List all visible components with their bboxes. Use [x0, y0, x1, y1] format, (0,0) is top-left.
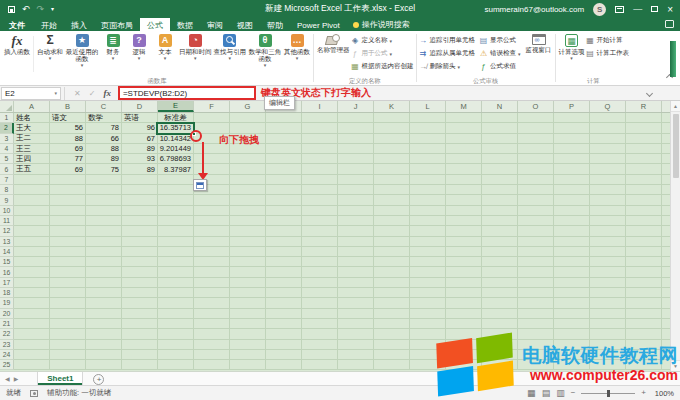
cell-G6[interactable]	[230, 164, 266, 174]
cell-O16[interactable]	[518, 267, 554, 277]
cell-G20[interactable]	[230, 309, 266, 319]
cell-E23[interactable]	[158, 340, 194, 350]
cell-J9[interactable]	[338, 195, 374, 205]
cell-I12[interactable]	[302, 226, 338, 236]
cell-J13[interactable]	[338, 237, 374, 247]
cell-O8[interactable]	[518, 185, 554, 195]
cell-I25[interactable]	[302, 360, 338, 370]
cell-D6[interactable]: 89	[122, 164, 158, 174]
cell-L5[interactable]	[410, 154, 446, 164]
ribbon-button-define-name[interactable]: ◈定义名称▾	[351, 34, 414, 47]
cell-B23[interactable]	[50, 340, 86, 350]
row-header-15[interactable]: 15	[0, 257, 14, 267]
cell-K23[interactable]	[374, 340, 410, 350]
cell-G21[interactable]	[230, 319, 266, 329]
cell-D1[interactable]: 英语	[122, 113, 158, 123]
cell-Q16[interactable]	[590, 267, 626, 277]
cell-R19[interactable]	[626, 298, 662, 308]
cell-D9[interactable]	[122, 195, 158, 205]
cell-J12[interactable]	[338, 226, 374, 236]
cell-R10[interactable]	[626, 206, 662, 216]
cell-G22[interactable]	[230, 329, 266, 339]
cell-F13[interactable]	[194, 237, 230, 247]
cell-A4[interactable]: 王三	[14, 144, 50, 154]
cell-C10[interactable]	[86, 206, 122, 216]
cell-I15[interactable]	[302, 257, 338, 267]
cell-Q1[interactable]	[590, 113, 626, 123]
cell-Q19[interactable]	[590, 298, 626, 308]
cell-I2[interactable]	[302, 123, 338, 133]
cell-I16[interactable]	[302, 267, 338, 277]
ribbon-button-trace-dependents[interactable]: ⇉追踪从属单元格	[419, 47, 476, 60]
cell-E9[interactable]	[158, 195, 194, 205]
cell-B17[interactable]	[50, 278, 86, 288]
cell-R14[interactable]	[626, 247, 662, 257]
comment-icon[interactable]	[665, 20, 674, 28]
cell-H20[interactable]	[266, 309, 302, 319]
cell-C24[interactable]	[86, 350, 122, 360]
cell-C20[interactable]	[86, 309, 122, 319]
cell-J8[interactable]	[338, 185, 374, 195]
row-header-25[interactable]: 25	[0, 360, 14, 370]
cell-J1[interactable]	[338, 113, 374, 123]
cell-K12[interactable]	[374, 226, 410, 236]
cell-J16[interactable]	[338, 267, 374, 277]
insert-function-icon[interactable]: fx	[103, 88, 111, 98]
column-header-D[interactable]: D	[122, 101, 158, 112]
column-header-L[interactable]: L	[410, 101, 446, 112]
cell-G7[interactable]	[230, 175, 266, 185]
cell-I5[interactable]	[302, 154, 338, 164]
cell-E18[interactable]	[158, 288, 194, 298]
row-header-3[interactable]: 3	[0, 134, 14, 144]
cell-D12[interactable]	[122, 226, 158, 236]
cell-J19[interactable]	[338, 298, 374, 308]
cell-F9[interactable]	[194, 195, 230, 205]
name-box[interactable]: E2 ▾	[1, 87, 61, 100]
tab-formulas[interactable]: 公式	[140, 18, 170, 31]
cell-O17[interactable]	[518, 278, 554, 288]
cell-H3[interactable]	[266, 134, 302, 144]
cell-C6[interactable]: 75	[86, 164, 122, 174]
cell-H24[interactable]	[266, 350, 302, 360]
cell-O19[interactable]	[518, 298, 554, 308]
name-box-splitter[interactable]	[61, 87, 65, 100]
tell-me-search[interactable]: 操作说明搜索	[353, 18, 410, 31]
cell-J21[interactable]	[338, 319, 374, 329]
cell-F11[interactable]	[194, 216, 230, 226]
cell-J10[interactable]	[338, 206, 374, 216]
cell-R13[interactable]	[626, 237, 662, 247]
cell-P5[interactable]	[554, 154, 590, 164]
cell-D2[interactable]: 96	[122, 123, 158, 133]
cell-Q17[interactable]	[590, 278, 626, 288]
cell-M9[interactable]	[446, 195, 482, 205]
cell-R1[interactable]	[626, 113, 662, 123]
cell-L11[interactable]	[410, 216, 446, 226]
cell-C2[interactable]: 78	[86, 123, 122, 133]
cell-P17[interactable]	[554, 278, 590, 288]
cell-B11[interactable]	[50, 216, 86, 226]
cell-N20[interactable]	[482, 309, 518, 319]
cell-O1[interactable]	[518, 113, 554, 123]
row-header-4[interactable]: 4	[0, 144, 14, 154]
column-header-R[interactable]: R	[626, 101, 662, 112]
cell-B16[interactable]	[50, 267, 86, 277]
cell-J6[interactable]	[338, 164, 374, 174]
cell-G18[interactable]	[230, 288, 266, 298]
cell-N16[interactable]	[482, 267, 518, 277]
sheet-next-icon[interactable]: ▶	[14, 375, 19, 382]
column-header-F[interactable]: F	[194, 101, 230, 112]
cell-Q13[interactable]	[590, 237, 626, 247]
cell-A16[interactable]	[14, 267, 50, 277]
chevron-down-icon[interactable]: ▾	[54, 90, 57, 96]
cell-H16[interactable]	[266, 267, 302, 277]
cell-B4[interactable]: 69	[50, 144, 86, 154]
cell-Q21[interactable]	[590, 319, 626, 329]
cell-J23[interactable]	[338, 340, 374, 350]
ribbon-button-calculate-sheet[interactable]: ▤计算工作表	[586, 47, 630, 60]
cell-I23[interactable]	[302, 340, 338, 350]
cell-P1[interactable]	[554, 113, 590, 123]
select-all-corner[interactable]	[0, 101, 14, 112]
cell-H9[interactable]	[266, 195, 302, 205]
expand-formula-bar-icon[interactable]	[646, 90, 653, 97]
row-header-11[interactable]: 11	[0, 216, 14, 226]
